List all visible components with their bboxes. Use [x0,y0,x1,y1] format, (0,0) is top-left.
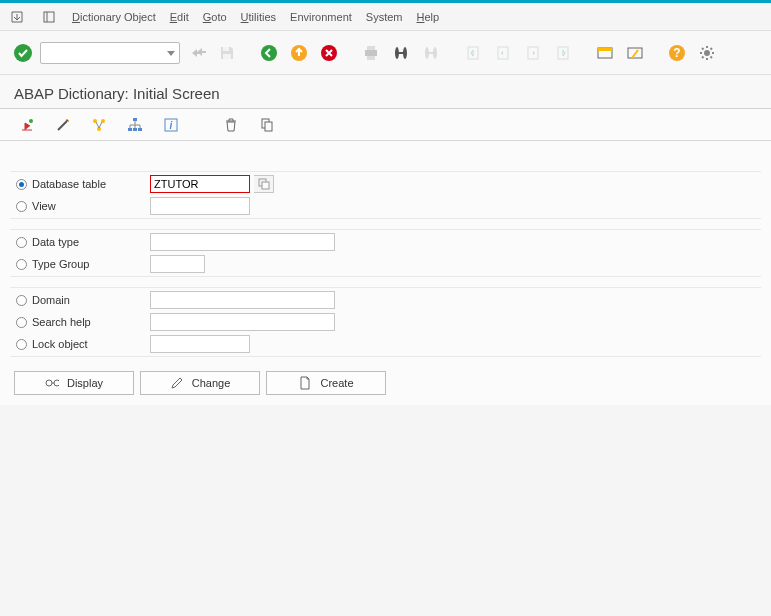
display-button[interactable]: Display [14,371,134,395]
glasses-icon [45,376,59,390]
radio-database-table[interactable]: Database table [10,178,150,190]
hierarchy-icon[interactable] [122,112,148,138]
exit-button[interactable] [286,40,312,66]
collapse-icon[interactable] [184,40,210,66]
radio-label: Data type [32,236,79,248]
find-button[interactable] [388,40,414,66]
command-field[interactable] [40,42,180,64]
new-session-button[interactable] [592,40,618,66]
change-button[interactable]: Change [140,371,260,395]
svg-rect-0 [44,12,54,22]
menu-environment[interactable]: Environment [290,11,352,23]
radio-search-help[interactable]: Search help [10,316,150,328]
main-toolbar: ? [0,31,771,75]
svg-text:i: i [170,120,173,131]
activate-icon[interactable] [14,112,40,138]
enter-button[interactable] [10,40,36,66]
radio-view[interactable]: View [10,200,150,212]
pencil-icon [170,376,184,390]
find-next-button[interactable] [418,40,444,66]
radio-icon [16,339,27,350]
print-button[interactable] [358,40,384,66]
next-page-button[interactable] [520,40,546,66]
menu-dictionary-object[interactable]: Dictionary Object [72,11,156,23]
last-page-button[interactable] [550,40,576,66]
radio-lock-object[interactable]: Lock object [10,338,150,350]
database-table-input[interactable] [151,176,249,192]
radio-icon [16,295,27,306]
svg-rect-17 [598,48,612,51]
menu-collapse-icon[interactable] [8,8,26,26]
svg-point-4 [261,45,277,61]
menu-help[interactable]: Help [417,11,440,23]
svg-rect-33 [265,122,272,131]
svg-rect-26 [133,118,137,121]
radio-label: View [32,200,56,212]
radio-type-group[interactable]: Type Group [10,258,150,270]
svg-rect-2 [223,47,229,51]
svg-point-37 [54,380,59,386]
svg-rect-29 [138,128,142,131]
radio-icon [16,179,27,190]
radio-icon [16,317,27,328]
menu-edit[interactable]: Edit [170,11,189,23]
svg-text:?: ? [673,46,680,60]
help-button[interactable]: ? [664,40,690,66]
copy-icon[interactable] [254,112,280,138]
menu-bar: Dictionary Object Edit Goto Utilities En… [0,3,771,31]
radio-label: Domain [32,294,70,306]
where-used-icon[interactable] [86,112,112,138]
view-field[interactable] [150,197,250,215]
menu-goto[interactable]: Goto [203,11,227,23]
svg-point-36 [46,380,52,386]
svg-point-22 [29,119,33,123]
svg-rect-3 [223,54,231,59]
menu-system[interactable]: System [366,11,403,23]
svg-rect-27 [128,128,132,131]
app-toolbar: i [0,109,771,141]
shortcut-button[interactable] [622,40,648,66]
radio-label: Lock object [32,338,88,350]
radio-label: Search help [32,316,91,328]
settings-button[interactable] [694,40,720,66]
cancel-button[interactable] [316,40,342,66]
database-table-field[interactable] [150,175,250,193]
button-label: Create [320,377,353,389]
svg-rect-28 [133,128,137,131]
radio-icon [16,237,27,248]
menu-utilities[interactable]: Utilities [241,11,276,23]
create-button[interactable]: Create [266,371,386,395]
document-icon [298,376,312,390]
radio-icon [16,201,27,212]
first-page-button[interactable] [460,40,486,66]
search-help-field[interactable] [150,313,335,331]
type-group-field[interactable] [150,255,205,273]
info-icon[interactable]: i [158,112,184,138]
svg-rect-11 [428,52,434,54]
radio-data-type[interactable]: Data type [10,236,150,248]
svg-rect-7 [365,50,377,56]
delete-icon[interactable] [218,112,244,138]
button-label: Change [192,377,231,389]
menu-lbl: ictionary Object [80,11,156,23]
f4-help-button[interactable] [254,175,274,193]
radio-label: Type Group [32,258,89,270]
content-area: Database table View Data type [0,141,771,405]
domain-field[interactable] [150,291,335,309]
radio-label: Database table [32,178,106,190]
prev-page-button[interactable] [490,40,516,66]
radio-icon [16,259,27,270]
lock-object-field[interactable] [150,335,250,353]
svg-point-21 [704,50,710,56]
radio-domain[interactable]: Domain [10,294,150,306]
svg-rect-35 [262,182,269,189]
wand-icon[interactable] [50,112,76,138]
svg-rect-9 [367,56,375,60]
menu-options-icon[interactable] [40,8,58,26]
save-button[interactable] [214,40,240,66]
svg-rect-8 [367,46,375,50]
svg-rect-10 [398,52,404,54]
back-button[interactable] [256,40,282,66]
button-label: Display [67,377,103,389]
data-type-field[interactable] [150,233,335,251]
